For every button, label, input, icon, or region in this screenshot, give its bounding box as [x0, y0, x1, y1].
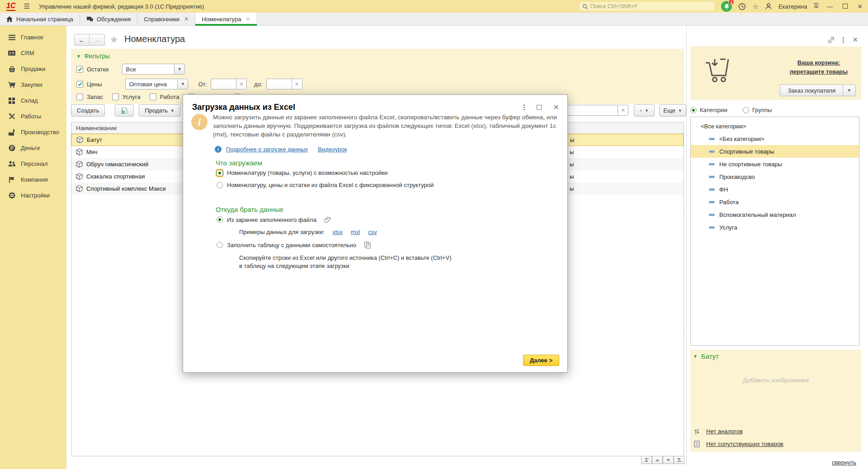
get-link-icon[interactable] [828, 37, 835, 43]
next-page-button[interactable] [663, 456, 674, 464]
category-label: Работа [719, 199, 739, 206]
restore-button[interactable] [841, 3, 849, 10]
favorites-star-icon[interactable]: ☆ [752, 3, 758, 10]
more-info-link[interactable]: Подробнее о загрузке данных [226, 146, 308, 153]
tab-discussions[interactable]: Обсуждения [80, 13, 138, 25]
updown-arrows-icon [694, 428, 700, 435]
more-button[interactable]: Еще▼ [659, 104, 686, 117]
zapas-checkbox[interactable] [76, 94, 83, 100]
category-item[interactable]: <Все категории> [691, 120, 859, 132]
global-search-input[interactable] [579, 1, 715, 11]
chevron-down-icon[interactable]: ▼ [177, 79, 188, 89]
tab-spravochniki[interactable]: Справочники ✕ [137, 13, 195, 25]
global-search-field[interactable] [590, 3, 712, 9]
sidebar-item-prodazhi[interactable]: Продажи [0, 61, 66, 77]
favorite-star-icon[interactable]: ★ [109, 34, 118, 46]
product-section-toggle[interactable]: ▼ Батут [693, 352, 719, 360]
last-page-button[interactable] [674, 456, 684, 464]
example-csv-link[interactable]: csv [368, 229, 377, 235]
tab-close-icon[interactable]: ✕ [245, 16, 250, 22]
minimize-button[interactable]: — [825, 3, 835, 10]
ostatki-label: Остатки [87, 66, 108, 73]
sidebar-item-dengi[interactable]: Деньги [0, 140, 66, 156]
nav-back-button[interactable]: ← [74, 34, 90, 46]
main-menu-icon[interactable]: ☰ [24, 2, 29, 10]
close-form-icon[interactable]: ✕ [852, 36, 858, 44]
category-item-selected[interactable]: Спортивные товары [691, 145, 859, 158]
create-group-button[interactable] [115, 104, 134, 117]
close-button[interactable]: ✕ [856, 3, 864, 10]
chevron-down-icon[interactable]: ▼ [843, 84, 856, 96]
sidebar-item-raboty[interactable]: Работы [0, 108, 66, 124]
sidebar-item-sklad[interactable]: Склад [0, 93, 66, 108]
cart-hint[interactable]: Ваша корзина: перетащите товары [790, 58, 848, 76]
customer-order-button[interactable]: Заказ покупателя [780, 84, 843, 96]
nav-forward-button[interactable]: → [90, 34, 105, 46]
functions-menu-icon[interactable]: ☰▾ [813, 4, 819, 9]
source-manual-radio[interactable]: Заполнить таблицу с данными самостоятель… [217, 241, 371, 249]
tab-nomenklatura[interactable]: Номенклатура ✕ [195, 13, 257, 25]
sidebar-item-proizvodstvo[interactable]: Производство [0, 124, 66, 140]
create-button[interactable]: Создать [71, 104, 105, 117]
clear-icon[interactable]: ✕ [618, 105, 628, 116]
sidebar-item-personal[interactable]: Персонал [0, 156, 66, 172]
document-list-icon [694, 441, 700, 447]
category-item[interactable]: Работа [691, 196, 859, 208]
cart-dropzone[interactable]: Ваша корзина: перетащите товары Заказ по… [690, 47, 861, 100]
history-icon[interactable] [738, 3, 746, 10]
category-item[interactable]: Не спортивные товары [691, 158, 859, 170]
usluga-checkbox[interactable] [112, 94, 119, 100]
ostatki-select[interactable]: Все ▼ [122, 64, 185, 75]
what-option2-radio[interactable]: Номенклатуру, цены и остатки из файла Ex… [217, 182, 434, 188]
filters-toggle[interactable]: ▼ Фильтры [76, 52, 679, 60]
dialog-maximize-icon[interactable] [537, 105, 542, 110]
sidebar-item-crm[interactable]: CRM [0, 45, 66, 61]
view-categories-radio[interactable]: Категории [690, 107, 727, 113]
related-products-link[interactable]: Нет сопутствующих товаров [694, 441, 783, 447]
dialog-more-icon[interactable] [524, 104, 525, 110]
notifications-bell-icon[interactable]: 1 [721, 1, 732, 12]
dialog-close-icon[interactable]: ✕ [553, 103, 559, 112]
first-page-button[interactable] [641, 456, 652, 464]
tseny-checkbox[interactable] [76, 81, 83, 88]
category-item[interactable]: Производсво [691, 170, 859, 183]
ostatki-checkbox[interactable] [76, 66, 83, 73]
source-file-radio[interactable]: Из заранее заполненного файла [217, 216, 331, 223]
what-option1-radio[interactable]: Номенклатуру (товары, услуги) с возможно… [217, 169, 387, 176]
category-label: <Все категории> [701, 123, 746, 130]
clear-icon[interactable]: ✕ [236, 79, 247, 89]
example-mxl-link[interactable]: mxl [351, 229, 360, 235]
category-item[interactable]: ФН [691, 183, 859, 196]
sidebar-item-glavnoe[interactable]: Главное [0, 29, 66, 45]
add-image-placeholder[interactable]: Добавить изображение [690, 377, 861, 384]
manual-hint-line1: Скопируйте строки из Excel или другого и… [239, 254, 451, 262]
category-item[interactable]: <Без категории> [691, 132, 859, 145]
collapse-link[interactable]: свернуть [832, 459, 856, 466]
tab-close-icon[interactable]: ✕ [184, 16, 189, 22]
sidebar-item-zakupki[interactable]: Закупки [0, 77, 66, 93]
sidebar-item-nastroyki[interactable]: Настройки [0, 188, 66, 203]
chevron-down-icon[interactable]: ▼ [174, 64, 185, 75]
category-item[interactable]: Вспомогательный материал [691, 208, 859, 221]
sidebar-label: Компания [21, 176, 48, 183]
price-type-select[interactable]: Оптовая цена ▼ [125, 79, 188, 89]
tseny-label: Цены [87, 81, 102, 88]
price-from-input[interactable]: ✕ [211, 79, 247, 89]
example-xlsx-link[interactable]: xlsx [333, 229, 343, 235]
analogs-link[interactable]: Нет аналогов [694, 428, 743, 435]
user-icon[interactable] [765, 3, 772, 10]
search-button[interactable]: ▼ [634, 104, 655, 117]
rabota-checkbox[interactable] [150, 94, 156, 100]
view-groups-radio[interactable]: Группы [743, 107, 772, 113]
sell-button[interactable]: Продать▼ [139, 104, 180, 117]
prev-page-button[interactable] [652, 456, 663, 464]
tab-home[interactable]: Начальная страница [0, 13, 80, 25]
price-to-input[interactable]: ✕ [266, 79, 302, 89]
sidebar-item-kompaniya[interactable]: Компания [0, 172, 66, 188]
item-box-icon [76, 149, 83, 155]
video-tutorial-link[interactable]: Видеоурок [318, 146, 347, 153]
clear-icon[interactable]: ✕ [292, 79, 302, 89]
more-menu-icon[interactable] [843, 37, 844, 43]
category-item[interactable]: Услуга [691, 221, 859, 234]
next-button[interactable]: Далее > [523, 355, 559, 366]
